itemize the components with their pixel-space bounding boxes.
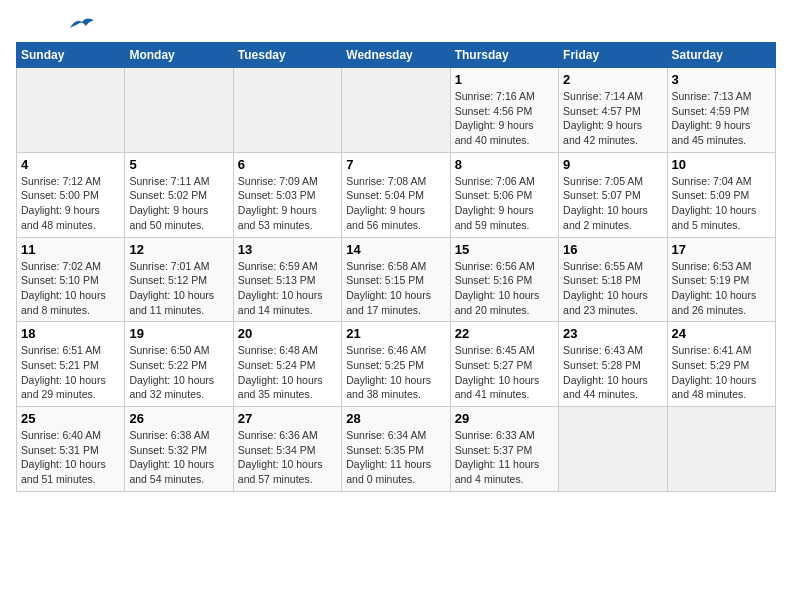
day-info: Sunrise: 6:34 AM Sunset: 5:35 PM Dayligh… bbox=[346, 429, 431, 485]
day-number: 24 bbox=[672, 326, 771, 341]
calendar-week-4: 18Sunrise: 6:51 AM Sunset: 5:21 PM Dayli… bbox=[17, 322, 776, 407]
calendar-cell bbox=[559, 407, 667, 492]
calendar-cell: 16Sunrise: 6:55 AM Sunset: 5:18 PM Dayli… bbox=[559, 237, 667, 322]
calendar-header-row: SundayMondayTuesdayWednesdayThursdayFrid… bbox=[17, 43, 776, 68]
calendar-cell bbox=[342, 68, 450, 153]
column-header-monday: Monday bbox=[125, 43, 233, 68]
day-number: 16 bbox=[563, 242, 662, 257]
calendar-week-5: 25Sunrise: 6:40 AM Sunset: 5:31 PM Dayli… bbox=[17, 407, 776, 492]
day-info: Sunrise: 6:33 AM Sunset: 5:37 PM Dayligh… bbox=[455, 429, 540, 485]
day-info: Sunrise: 7:13 AM Sunset: 4:59 PM Dayligh… bbox=[672, 90, 752, 146]
day-info: Sunrise: 7:04 AM Sunset: 5:09 PM Dayligh… bbox=[672, 175, 757, 231]
day-number: 25 bbox=[21, 411, 120, 426]
day-number: 6 bbox=[238, 157, 337, 172]
day-number: 29 bbox=[455, 411, 554, 426]
day-info: Sunrise: 6:45 AM Sunset: 5:27 PM Dayligh… bbox=[455, 344, 540, 400]
day-number: 18 bbox=[21, 326, 120, 341]
day-number: 14 bbox=[346, 242, 445, 257]
calendar-week-1: 1Sunrise: 7:16 AM Sunset: 4:56 PM Daylig… bbox=[17, 68, 776, 153]
calendar-cell: 14Sunrise: 6:58 AM Sunset: 5:15 PM Dayli… bbox=[342, 237, 450, 322]
day-number: 13 bbox=[238, 242, 337, 257]
day-info: Sunrise: 7:09 AM Sunset: 5:03 PM Dayligh… bbox=[238, 175, 318, 231]
calendar-cell bbox=[667, 407, 775, 492]
day-info: Sunrise: 6:56 AM Sunset: 5:16 PM Dayligh… bbox=[455, 260, 540, 316]
day-info: Sunrise: 6:46 AM Sunset: 5:25 PM Dayligh… bbox=[346, 344, 431, 400]
calendar-cell: 5Sunrise: 7:11 AM Sunset: 5:02 PM Daylig… bbox=[125, 152, 233, 237]
column-header-wednesday: Wednesday bbox=[342, 43, 450, 68]
day-number: 27 bbox=[238, 411, 337, 426]
day-number: 8 bbox=[455, 157, 554, 172]
calendar-cell: 12Sunrise: 7:01 AM Sunset: 5:12 PM Dayli… bbox=[125, 237, 233, 322]
day-info: Sunrise: 7:12 AM Sunset: 5:00 PM Dayligh… bbox=[21, 175, 101, 231]
day-number: 15 bbox=[455, 242, 554, 257]
day-info: Sunrise: 6:50 AM Sunset: 5:22 PM Dayligh… bbox=[129, 344, 214, 400]
day-number: 19 bbox=[129, 326, 228, 341]
calendar-cell: 8Sunrise: 7:06 AM Sunset: 5:06 PM Daylig… bbox=[450, 152, 558, 237]
day-info: Sunrise: 6:53 AM Sunset: 5:19 PM Dayligh… bbox=[672, 260, 757, 316]
day-number: 5 bbox=[129, 157, 228, 172]
calendar-cell: 4Sunrise: 7:12 AM Sunset: 5:00 PM Daylig… bbox=[17, 152, 125, 237]
column-header-tuesday: Tuesday bbox=[233, 43, 341, 68]
calendar-cell: 22Sunrise: 6:45 AM Sunset: 5:27 PM Dayli… bbox=[450, 322, 558, 407]
calendar-cell: 10Sunrise: 7:04 AM Sunset: 5:09 PM Dayli… bbox=[667, 152, 775, 237]
calendar-cell: 6Sunrise: 7:09 AM Sunset: 5:03 PM Daylig… bbox=[233, 152, 341, 237]
day-info: Sunrise: 7:02 AM Sunset: 5:10 PM Dayligh… bbox=[21, 260, 106, 316]
calendar-cell bbox=[125, 68, 233, 153]
day-info: Sunrise: 6:40 AM Sunset: 5:31 PM Dayligh… bbox=[21, 429, 106, 485]
calendar-cell: 1Sunrise: 7:16 AM Sunset: 4:56 PM Daylig… bbox=[450, 68, 558, 153]
day-info: Sunrise: 7:16 AM Sunset: 4:56 PM Dayligh… bbox=[455, 90, 535, 146]
calendar-cell: 18Sunrise: 6:51 AM Sunset: 5:21 PM Dayli… bbox=[17, 322, 125, 407]
day-info: Sunrise: 7:05 AM Sunset: 5:07 PM Dayligh… bbox=[563, 175, 648, 231]
day-number: 28 bbox=[346, 411, 445, 426]
day-number: 11 bbox=[21, 242, 120, 257]
column-header-thursday: Thursday bbox=[450, 43, 558, 68]
calendar-cell bbox=[17, 68, 125, 153]
day-info: Sunrise: 7:01 AM Sunset: 5:12 PM Dayligh… bbox=[129, 260, 214, 316]
calendar-cell: 11Sunrise: 7:02 AM Sunset: 5:10 PM Dayli… bbox=[17, 237, 125, 322]
day-info: Sunrise: 6:38 AM Sunset: 5:32 PM Dayligh… bbox=[129, 429, 214, 485]
day-info: Sunrise: 7:11 AM Sunset: 5:02 PM Dayligh… bbox=[129, 175, 209, 231]
day-info: Sunrise: 6:55 AM Sunset: 5:18 PM Dayligh… bbox=[563, 260, 648, 316]
day-number: 9 bbox=[563, 157, 662, 172]
calendar-week-3: 11Sunrise: 7:02 AM Sunset: 5:10 PM Dayli… bbox=[17, 237, 776, 322]
calendar-cell: 24Sunrise: 6:41 AM Sunset: 5:29 PM Dayli… bbox=[667, 322, 775, 407]
calendar-table: SundayMondayTuesdayWednesdayThursdayFrid… bbox=[16, 42, 776, 492]
calendar-cell: 9Sunrise: 7:05 AM Sunset: 5:07 PM Daylig… bbox=[559, 152, 667, 237]
day-info: Sunrise: 6:36 AM Sunset: 5:34 PM Dayligh… bbox=[238, 429, 323, 485]
calendar-cell: 17Sunrise: 6:53 AM Sunset: 5:19 PM Dayli… bbox=[667, 237, 775, 322]
day-number: 23 bbox=[563, 326, 662, 341]
calendar-cell: 7Sunrise: 7:08 AM Sunset: 5:04 PM Daylig… bbox=[342, 152, 450, 237]
day-number: 2 bbox=[563, 72, 662, 87]
calendar-cell: 3Sunrise: 7:13 AM Sunset: 4:59 PM Daylig… bbox=[667, 68, 775, 153]
column-header-friday: Friday bbox=[559, 43, 667, 68]
day-info: Sunrise: 6:59 AM Sunset: 5:13 PM Dayligh… bbox=[238, 260, 323, 316]
page-header bbox=[16, 16, 776, 34]
day-number: 26 bbox=[129, 411, 228, 426]
day-number: 22 bbox=[455, 326, 554, 341]
day-info: Sunrise: 6:58 AM Sunset: 5:15 PM Dayligh… bbox=[346, 260, 431, 316]
calendar-cell: 27Sunrise: 6:36 AM Sunset: 5:34 PM Dayli… bbox=[233, 407, 341, 492]
calendar-cell: 15Sunrise: 6:56 AM Sunset: 5:16 PM Dayli… bbox=[450, 237, 558, 322]
day-info: Sunrise: 6:41 AM Sunset: 5:29 PM Dayligh… bbox=[672, 344, 757, 400]
calendar-cell: 26Sunrise: 6:38 AM Sunset: 5:32 PM Dayli… bbox=[125, 407, 233, 492]
day-number: 4 bbox=[21, 157, 120, 172]
day-number: 7 bbox=[346, 157, 445, 172]
calendar-cell: 28Sunrise: 6:34 AM Sunset: 5:35 PM Dayli… bbox=[342, 407, 450, 492]
logo-bird-icon bbox=[68, 14, 96, 34]
calendar-cell: 21Sunrise: 6:46 AM Sunset: 5:25 PM Dayli… bbox=[342, 322, 450, 407]
calendar-week-2: 4Sunrise: 7:12 AM Sunset: 5:00 PM Daylig… bbox=[17, 152, 776, 237]
day-number: 1 bbox=[455, 72, 554, 87]
day-info: Sunrise: 7:06 AM Sunset: 5:06 PM Dayligh… bbox=[455, 175, 535, 231]
day-info: Sunrise: 6:43 AM Sunset: 5:28 PM Dayligh… bbox=[563, 344, 648, 400]
day-number: 21 bbox=[346, 326, 445, 341]
day-number: 12 bbox=[129, 242, 228, 257]
calendar-cell: 29Sunrise: 6:33 AM Sunset: 5:37 PM Dayli… bbox=[450, 407, 558, 492]
day-info: Sunrise: 6:51 AM Sunset: 5:21 PM Dayligh… bbox=[21, 344, 106, 400]
day-info: Sunrise: 6:48 AM Sunset: 5:24 PM Dayligh… bbox=[238, 344, 323, 400]
day-info: Sunrise: 7:14 AM Sunset: 4:57 PM Dayligh… bbox=[563, 90, 643, 146]
day-number: 10 bbox=[672, 157, 771, 172]
day-number: 17 bbox=[672, 242, 771, 257]
day-info: Sunrise: 7:08 AM Sunset: 5:04 PM Dayligh… bbox=[346, 175, 426, 231]
logo bbox=[16, 16, 96, 34]
day-number: 20 bbox=[238, 326, 337, 341]
